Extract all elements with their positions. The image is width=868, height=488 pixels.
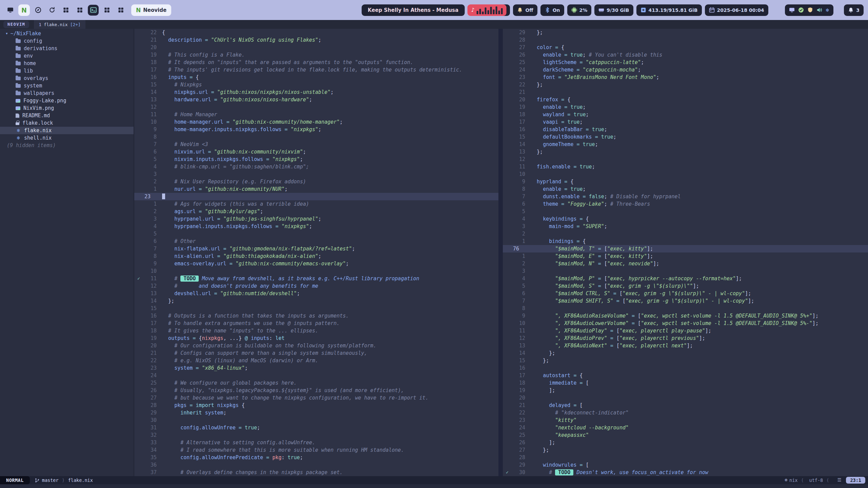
- code-line[interactable]: 11 ", XF86AudioPlay" = ["exec, playerctl…: [503, 327, 868, 334]
- code-line[interactable]: 10 home-manager.url = "github:nix-commun…: [134, 118, 498, 126]
- code-line[interactable]: 5: [503, 208, 868, 215]
- code-line[interactable]: 6 theme = "Foggy-Lake"; # Three-Bears: [503, 200, 868, 208]
- code-line[interactable]: 1 "$mainMod, E" = ["exec, kitty"];: [503, 252, 868, 260]
- disk-module[interactable]: 413.19/915.81 GiB: [636, 4, 702, 16]
- code-line[interactable]: 14 gnomeTheme = true;: [503, 141, 868, 148]
- code-line[interactable]: 27 color = {: [503, 44, 868, 51]
- code-line[interactable]: 6 # Other: [134, 238, 498, 245]
- code-line[interactable]: 21 # Configs can support more than a sin…: [134, 349, 498, 357]
- code-line[interactable]: 20 # Our configuration is buildable on t…: [134, 342, 498, 349]
- workspace-4[interactable]: [46, 4, 58, 16]
- workspace-2[interactable]: N: [18, 4, 30, 16]
- code-line[interactable]: 17 autostart = {: [503, 372, 868, 379]
- tree-item-derivations[interactable]: derivations: [0, 45, 134, 52]
- code-line[interactable]: 24 darkScheme = "catppuccin-mocha";: [503, 66, 868, 74]
- tree-item-lib[interactable]: lib: [0, 67, 134, 75]
- volume-tray-icon[interactable]: [816, 7, 822, 13]
- code-line[interactable]: 6 nixvim.url = "github:nix-community/nix…: [134, 148, 498, 156]
- tree-item-README.md[interactable]: README.md: [0, 112, 134, 119]
- code-line[interactable]: 9 hyprland = {: [503, 178, 868, 185]
- code-line[interactable]: 18 # It gives the name "inputs" to the .…: [134, 327, 498, 334]
- code-line[interactable]: 21 description = "ChUrl's NixOS config u…: [134, 36, 498, 44]
- code-line[interactable]: 11 # Home Manager: [134, 111, 498, 118]
- workspace-1[interactable]: [4, 4, 16, 16]
- code-line[interactable]: 28: [503, 36, 868, 44]
- code-line[interactable]: 1 # Ags for widgets (this was a terrible…: [134, 200, 498, 208]
- code-line[interactable]: 11 fish.enable = true;: [503, 163, 868, 170]
- cursor-line[interactable]: 23: [134, 193, 498, 200]
- code-line[interactable]: 10: [503, 170, 868, 178]
- code-line[interactable]: 20: [134, 44, 498, 51]
- code-line[interactable]: 2 ags.url = "github:Aylur/ags";: [134, 208, 498, 215]
- code-line[interactable]: 23 "kitty": [503, 416, 868, 424]
- code-line[interactable]: 29 };: [503, 29, 868, 36]
- code-line[interactable]: 1 bindings = {: [503, 238, 868, 245]
- code-line[interactable]: 1 nur.url = "github:nix-community/NUR";: [134, 185, 498, 193]
- code-line[interactable]: 19 outputs = {nixpkgs, ...} @ inputs: le…: [134, 334, 498, 342]
- sync-status-icon[interactable]: [798, 7, 804, 13]
- clock-module[interactable]: 2025-06-18 00:04: [705, 4, 768, 16]
- tree-item-wallpapers[interactable]: wallpapers: [0, 89, 134, 97]
- code-line[interactable]: 19 ];: [503, 387, 868, 394]
- code-line[interactable]: 8: [134, 133, 498, 141]
- code-line[interactable]: 4 keybindings = {: [503, 215, 868, 223]
- code-line[interactable]: 14 };: [503, 349, 868, 357]
- tree-item-flake.nix[interactable]: ❄flake.nix: [0, 127, 134, 134]
- code-line[interactable]: 3: [503, 267, 868, 275]
- memory-module[interactable]: 9/30 GiB: [594, 4, 633, 16]
- right-editor-pane[interactable]: 29 };2827 color = {26 enable = true; # Y…: [503, 29, 868, 476]
- nix-tray-icon[interactable]: ❄: [826, 8, 830, 13]
- workspace-5[interactable]: [60, 4, 72, 16]
- code-line[interactable]: 13 ", XF86AudioNext" = ["exec, playerctl…: [503, 342, 868, 349]
- code-line[interactable]: 10 ", XF86AudioLowerVolume" = ["exec, wp…: [503, 320, 868, 327]
- cpu-module[interactable]: 2%: [567, 4, 592, 16]
- code-line[interactable]: 3: [134, 170, 498, 178]
- code-line[interactable]: 5 "$mainMod, S" = ["exec, grim -g \"$(sl…: [503, 282, 868, 290]
- code-line[interactable]: 34 # I read somewhere that this is more …: [134, 446, 498, 454]
- workspace-6[interactable]: [74, 4, 85, 16]
- code-line[interactable]: 2: [503, 230, 868, 238]
- neovide-window-button[interactable]: N Neovide: [131, 4, 171, 16]
- tree-item-config[interactable]: config: [0, 37, 134, 45]
- code-line[interactable]: 8 nix-alien.url = "github:thiagokokada/n…: [134, 252, 498, 260]
- code-line[interactable]: 16: [503, 364, 868, 372]
- code-line[interactable]: 25 # We configure our global packages he…: [134, 379, 498, 387]
- code-line[interactable]: 16 # Outputs is a function that takes th…: [134, 312, 498, 320]
- tree-item-system[interactable]: system: [0, 82, 134, 89]
- code-line[interactable]: 22 # e.g. NixOS (linux) and MacOS (darwi…: [134, 357, 498, 364]
- code-line[interactable]: 17 # To handle extra arguments we use th…: [134, 320, 498, 327]
- code-line[interactable]: 19 # This config is a Flake.: [134, 51, 498, 59]
- music-title-chip[interactable]: Keep Shelly In Athens - Medusa: [362, 4, 465, 16]
- tree-item-flake.lock[interactable]: flake.lock: [0, 119, 134, 127]
- code-line[interactable]: 33 # Alternative to setting config.allow…: [134, 439, 498, 446]
- code-line[interactable]: 9 emacs-overlay.url = "github:nix-commun…: [134, 260, 498, 267]
- code-line[interactable]: 15 defaultBookmarks = true;: [503, 133, 868, 141]
- code-line[interactable]: 13 };: [503, 148, 868, 156]
- code-line[interactable]: 6 "$mainMod CTRL, S" = ["exec, grim -g \…: [503, 290, 868, 297]
- code-line[interactable]: 2 "$mainMod, N" = ["exec, neovide"];: [503, 260, 868, 267]
- code-line[interactable]: 4 hyprpanel.inputs.nixpkgs.follows = "ni…: [134, 223, 498, 230]
- tree-item-Foggy-Lake.png[interactable]: Foggy-Lake.png: [0, 97, 134, 104]
- tree-item-shell.nix[interactable]: ❄shell.nix: [0, 134, 134, 142]
- code-line[interactable]: 22 # "kdeconnect-indicator": [503, 409, 868, 416]
- workspace-3[interactable]: [32, 4, 44, 16]
- left-editor-pane[interactable]: 22{21 description = "ChUrl's NixOS confi…: [134, 29, 498, 476]
- code-line[interactable]: 8 enable = true;: [503, 185, 868, 193]
- workspace-9[interactable]: [115, 4, 126, 16]
- code-line[interactable]: 17 # The inputs' git revisions get locke…: [134, 66, 498, 74]
- code-line[interactable]: 27 };: [503, 446, 868, 454]
- code-line[interactable]: 9 ", XF86AudioRaiseVolume" = ["exec, wpc…: [503, 312, 868, 320]
- command-line[interactable]: [0, 484, 868, 488]
- music-visualizer[interactable]: ♪: [467, 4, 506, 16]
- workspace-8[interactable]: [101, 4, 113, 16]
- code-line[interactable]: 13 devshell.url = "github:numtide/devshe…: [134, 290, 498, 297]
- code-line[interactable]: 10: [134, 267, 498, 275]
- code-line[interactable]: ✓11 # TODO Move away from devshell, as i…: [134, 275, 498, 282]
- code-line[interactable]: 16 inputs = {: [134, 74, 498, 81]
- code-line[interactable]: 13 hardware.url = "github:nixos/nixos-ha…: [134, 96, 498, 103]
- code-line[interactable]: 21 delayed = [: [503, 402, 868, 409]
- code-line[interactable]: 7 dunst.enable = false; # Disable for hy…: [503, 193, 868, 200]
- tree-item-overlays[interactable]: overlays: [0, 75, 134, 82]
- code-line[interactable]: 9 home-manager.inputs.nixpkgs.follows = …: [134, 126, 498, 133]
- keepassxc-tray-icon[interactable]: [807, 7, 813, 13]
